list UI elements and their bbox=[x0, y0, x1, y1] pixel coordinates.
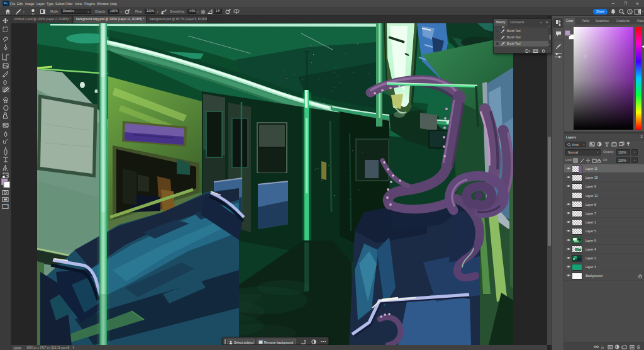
svg-text:fx: fx bbox=[601, 346, 604, 349]
svg-text:17: 17 bbox=[31, 12, 35, 14]
